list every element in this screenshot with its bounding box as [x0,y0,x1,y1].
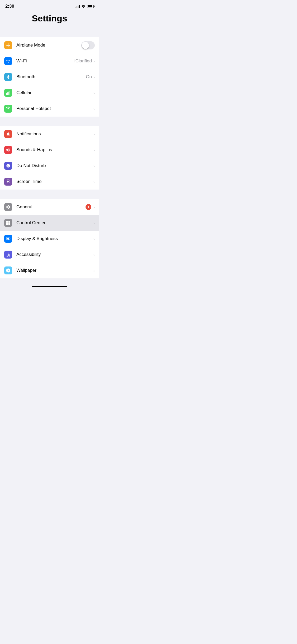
wallpaper-label: Wallpaper [16,268,93,273]
settings-row-bluetooth[interactable]: Bluetooth On › [0,69,99,85]
settings-row-do-not-disturb[interactable]: Do Not Disturb › [0,158,99,174]
section-spacer-top [0,28,99,37]
wifi-chevron: › [93,59,95,63]
settings-row-accessibility[interactable]: Accessibility › [0,247,99,263]
svg-rect-3 [10,91,10,95]
hotspot-svg [6,106,11,111]
bluetooth-label: Bluetooth [16,74,86,80]
bluetooth-value: On [86,74,92,80]
section-alerts: Notifications › Sounds & Haptics › Do No… [0,126,99,190]
wifi-icon [81,5,86,8]
airplane-mode-icon [4,41,12,49]
status-bar: 2:30 [0,0,99,11]
accessibility-label: Accessibility [16,252,93,257]
settings-row-display-brightness[interactable]: Display & Brightness › [0,231,99,247]
dnd-svg [6,163,11,168]
airplane-svg [6,43,11,48]
sounds-haptics-chevron: › [93,148,95,152]
screen-time-label: Screen Time [16,179,93,184]
accessibility-chevron: › [93,252,95,257]
section-connectivity: Airplane Mode Wi-Fi iClarified › Bluetoo… [0,37,99,117]
airplane-mode-toggle-knob [82,42,89,49]
dnd-chevron: › [93,164,95,168]
cellular-icon [4,89,12,97]
svg-rect-1 [7,92,8,95]
control-center-label: Control Center [16,220,93,226]
cellular-svg [6,91,11,95]
settings-row-wallpaper[interactable]: Wallpaper › [0,263,99,278]
screen-time-chevron: › [93,180,95,184]
general-badge: 1 [86,204,91,210]
signal-bars-icon [75,5,80,8]
display-icon [4,235,12,243]
dnd-label: Do Not Disturb [16,163,93,168]
home-indicator [0,284,99,289]
svg-rect-0 [6,93,7,95]
notifications-svg [6,132,11,136]
general-svg [6,205,11,209]
screen-time-icon [4,178,12,186]
screen-time-svg [6,179,11,184]
personal-hotspot-label: Personal Hotspot [16,106,93,111]
bluetooth-icon [4,73,12,81]
svg-point-9 [8,253,9,254]
settings-row-cellular[interactable]: Cellular › [0,85,99,101]
svg-rect-6 [8,221,10,223]
wifi-value: iClarified [74,58,92,64]
bluetooth-svg [6,75,10,79]
notifications-chevron: › [93,132,95,136]
section-spacer-1 [0,117,99,126]
airplane-mode-label: Airplane Mode [16,43,81,48]
page-header: Settings [0,11,99,28]
sounds-icon [4,146,12,154]
settings-row-sounds-haptics[interactable]: Sounds & Haptics › [0,142,99,158]
wifi-settings-icon [4,57,12,65]
settings-row-wifi[interactable]: Wi-Fi iClarified › [0,53,99,69]
personal-hotspot-chevron: › [93,107,95,111]
hotspot-icon [4,105,12,113]
cellular-chevron: › [93,91,95,95]
wallpaper-chevron: › [93,268,95,273]
control-center-chevron: › [93,221,95,225]
wallpaper-icon [4,266,12,274]
settings-row-general[interactable]: General 1 › [0,199,99,215]
control-center-icon [4,219,12,227]
status-time: 2:30 [5,4,14,9]
control-center-svg [6,220,11,225]
settings-row-personal-hotspot[interactable]: Personal Hotspot › [0,101,99,117]
bottom-spacer [0,278,99,284]
general-chevron: › [93,205,95,209]
notifications-icon [4,130,12,138]
cellular-label: Cellular [16,90,93,95]
settings-row-control-center[interactable]: Control Center › [0,215,99,231]
section-spacer-2 [0,190,99,199]
wifi-label: Wi-Fi [16,58,74,64]
airplane-mode-toggle[interactable] [81,41,95,49]
accessibility-icon [4,251,12,259]
svg-rect-4 [8,132,9,133]
svg-rect-7 [6,223,8,225]
accessibility-svg [6,252,11,257]
svg-rect-2 [8,92,9,95]
sounds-haptics-label: Sounds & Haptics [16,147,93,153]
dnd-icon [4,162,12,170]
display-brightness-label: Display & Brightness [16,236,93,241]
general-icon [4,203,12,211]
sounds-svg [6,148,11,152]
home-bar [32,286,67,287]
svg-rect-8 [8,223,10,225]
wallpaper-svg [6,268,11,273]
bluetooth-chevron: › [93,75,95,79]
settings-row-airplane-mode[interactable]: Airplane Mode [0,37,99,53]
page-title: Settings [4,13,95,24]
settings-row-screen-time[interactable]: Screen Time › [0,174,99,190]
general-label: General [16,204,86,210]
svg-rect-5 [6,221,8,223]
notifications-label: Notifications [16,131,93,137]
display-brightness-chevron: › [93,237,95,241]
settings-row-notifications[interactable]: Notifications › [0,126,99,142]
section-system: General 1 › Control Center › Display & B… [0,199,99,278]
battery-icon [87,5,94,8]
display-svg [6,236,11,241]
status-icons [75,5,94,8]
